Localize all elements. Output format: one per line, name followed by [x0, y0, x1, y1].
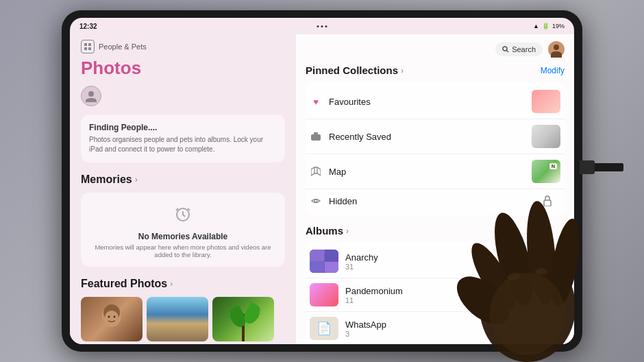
pandemonium-info: Pandemonium 11	[345, 286, 560, 304]
collection-item-recently-saved[interactable]: Recently Saved	[306, 119, 565, 154]
svg-rect-12	[314, 132, 318, 134]
favourites-thumb	[532, 90, 560, 113]
anarchy-thumb	[310, 250, 338, 273]
memories-title: Memories	[81, 173, 132, 186]
albums-card: Anarchy 31 Pandemonium 11	[306, 242, 565, 344]
pinned-collections-header: Pinned Collections › Modify	[306, 64, 565, 76]
right-top-bar: Search	[306, 41, 565, 58]
person-avatar-container	[81, 86, 285, 106]
pinned-collections-title: Pinned Collections	[306, 64, 398, 76]
scene: 12:32 ▲ 🔋 19%	[0, 0, 644, 362]
memories-clock-icon	[175, 206, 191, 226]
featured-title: Featured Photos	[81, 278, 167, 290]
finding-people-desc: Photos organises people and pets into al…	[89, 135, 277, 154]
svg-point-6	[114, 315, 116, 317]
svg-rect-17	[544, 200, 551, 206]
heart-icon: ♥	[310, 95, 322, 108]
main-content: People & Pets Photos Finding People....	[70, 34, 574, 344]
featured-header[interactable]: Featured Photos ›	[81, 278, 285, 290]
no-memories-desc: Memories will appear here when more phot…	[89, 243, 277, 258]
albums-header: Albums ›	[306, 225, 565, 237]
map-label: Map	[329, 167, 532, 177]
album-item-anarchy[interactable]: Anarchy 31	[306, 245, 565, 278]
eye-icon	[310, 195, 322, 207]
battery-icon: 🔋	[542, 23, 549, 29]
pandemonium-name: Pandemonium	[345, 286, 560, 296]
albums-chevron-icon: ›	[346, 226, 349, 236]
search-button[interactable]: Search	[495, 43, 543, 56]
no-memories-title: No Memories Available	[138, 232, 228, 241]
map-thumb: N	[532, 160, 560, 183]
pandemonium-thumb	[310, 283, 338, 306]
section-label: People & Pets	[99, 43, 147, 51]
right-panel: Search Pinned Collections	[296, 34, 574, 344]
svg-marker-13	[311, 167, 321, 176]
photo-thumb-plant[interactable]	[212, 297, 274, 341]
person-avatar	[81, 86, 101, 106]
status-time: 12:32	[79, 23, 97, 30]
ipad-frame: 12:32 ▲ 🔋 19%	[62, 10, 582, 352]
memories-chevron-icon: ›	[135, 175, 138, 184]
album-item-whatsapp[interactable]: 📄 WhatsApp 3	[306, 312, 565, 344]
svg-point-16	[314, 200, 317, 202]
photo-thumb-face[interactable]	[81, 297, 143, 341]
collection-item-favourites[interactable]: ♥ Favourites	[306, 84, 565, 119]
svg-point-0	[88, 91, 94, 97]
albums-section: Albums ›	[306, 225, 565, 344]
collection-item-hidden[interactable]: Hidden	[306, 189, 565, 213]
svg-point-5	[108, 315, 110, 317]
lock-icon	[541, 195, 554, 207]
svg-point-9	[554, 45, 559, 50]
svg-rect-10	[311, 134, 321, 141]
svg-line-8	[507, 51, 509, 53]
whatsapp-thumb: 📄	[310, 317, 338, 340]
anarchy-count: 31	[345, 263, 560, 271]
user-avatar-button[interactable]	[548, 41, 565, 58]
photos-title: Photos	[81, 58, 285, 79]
hidden-label: Hidden	[329, 196, 541, 206]
search-icon	[502, 46, 509, 53]
camera-icon	[310, 130, 322, 143]
whatsapp-info: WhatsApp 3	[345, 319, 560, 338]
map-icon	[310, 165, 322, 178]
modify-button[interactable]: Modify	[541, 66, 565, 75]
photo-thumb-landscape[interactable]	[147, 297, 208, 341]
memories-card: No Memories Available Memories will appe…	[81, 193, 285, 267]
whatsapp-name: WhatsApp	[345, 319, 560, 330]
whatsapp-count: 3	[345, 330, 560, 338]
finding-people-title: Finding People....	[89, 123, 277, 132]
status-icons: ▲ 🔋 19%	[533, 23, 565, 29]
collection-item-map[interactable]: Map N	[306, 154, 565, 189]
ipad-screen: 12:32 ▲ 🔋 19%	[70, 18, 574, 344]
grid-icon	[81, 40, 95, 53]
pinned-chevron-icon: ›	[401, 66, 404, 75]
albums-title: Albums	[306, 225, 343, 237]
search-label: Search	[512, 45, 536, 53]
pinned-collections-card: ♥ Favourites	[306, 82, 565, 215]
section-header: People & Pets	[81, 40, 285, 53]
finding-people-card: Finding People.... Photos organises peop…	[81, 114, 285, 162]
wifi-icon: ▲	[533, 23, 539, 29]
pandemonium-count: 11	[345, 296, 560, 304]
album-item-pandemonium[interactable]: Pandemonium 11	[306, 278, 565, 312]
featured-photos-row	[81, 297, 285, 341]
svg-point-7	[503, 47, 507, 51]
featured-chevron-icon: ›	[170, 279, 173, 289]
anarchy-name: Anarchy	[345, 252, 560, 263]
battery-percent: 19%	[552, 23, 565, 29]
left-panel: People & Pets Photos Finding People....	[70, 34, 296, 344]
collection-label: Favourites	[329, 97, 532, 107]
status-bar: 12:32 ▲ 🔋 19%	[70, 18, 574, 34]
recently-saved-thumb	[532, 125, 560, 148]
memories-header[interactable]: Memories ›	[81, 173, 285, 186]
recently-saved-label: Recently Saved	[329, 132, 532, 142]
anarchy-info: Anarchy 31	[345, 252, 560, 271]
